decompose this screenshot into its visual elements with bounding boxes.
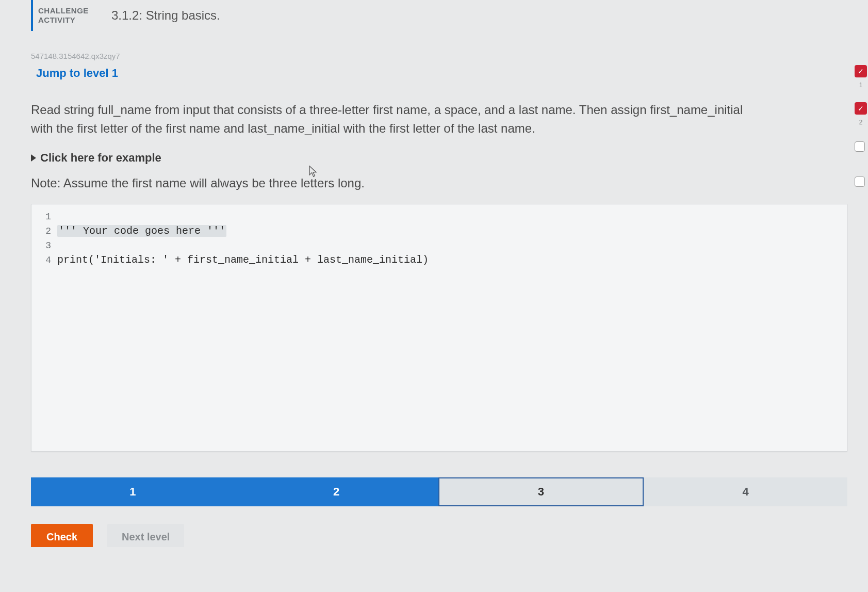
line-number: 4: [31, 253, 57, 267]
rail-box-icon[interactable]: [855, 141, 865, 152]
check-button[interactable]: Check: [31, 524, 93, 547]
next-level-button: Next level: [107, 524, 184, 547]
line-number: 1: [31, 210, 57, 224]
code-text: ''' Your code goes here ''': [57, 224, 226, 238]
code-text: print('Initials: ' + first_name_initial …: [57, 253, 429, 267]
progress-step-1[interactable]: 1: [31, 477, 235, 506]
code-line: 3: [31, 238, 847, 253]
rail-check-icon[interactable]: ✓: [855, 102, 867, 115]
progress-step-4[interactable]: 4: [644, 477, 847, 506]
code-line: 4 print('Initials: ' + first_name_initia…: [31, 253, 847, 267]
jump-to-level-link[interactable]: Jump to level 1: [31, 67, 118, 80]
action-bar: Check Next level: [31, 524, 847, 552]
prompt-text: Read string full_name from input that co…: [31, 101, 753, 138]
right-rail: ✓ 1 ✓ 2: [855, 0, 868, 592]
line-number: 3: [31, 238, 57, 253]
progress-step-2[interactable]: 2: [235, 477, 438, 506]
challenge-header: CHALLENGE ACTIVITY 3.1.2: String basics.: [31, 0, 847, 31]
level-progress: 1 2 3 4: [31, 477, 847, 506]
progress-step-3[interactable]: 3: [438, 477, 644, 506]
code-line: 2 ''' Your code goes here ''': [31, 224, 847, 238]
activity-id: 547148.3154642.qx3zqy7: [31, 52, 847, 60]
rail-check-icon[interactable]: ✓: [855, 65, 867, 77]
rail-box-icon[interactable]: [855, 177, 865, 187]
line-number: 2: [31, 224, 57, 238]
triangle-right-icon: [31, 154, 36, 162]
rail-number: 1: [855, 82, 867, 89]
code-editor[interactable]: 1 2 ''' Your code goes here ''' 3 4 prin…: [31, 204, 847, 452]
badge-line1: CHALLENGE: [38, 6, 100, 15]
example-toggle-label: Click here for example: [40, 151, 161, 165]
code-line: 1: [31, 210, 847, 224]
challenge-badge: CHALLENGE ACTIVITY: [33, 0, 105, 31]
note-text: Note: Assume the first name will always …: [31, 176, 847, 190]
rail-number: 2: [855, 119, 867, 126]
badge-line2: ACTIVITY: [38, 15, 100, 25]
challenge-title: 3.1.2: String basics.: [105, 0, 220, 31]
example-toggle[interactable]: Click here for example: [31, 151, 847, 165]
